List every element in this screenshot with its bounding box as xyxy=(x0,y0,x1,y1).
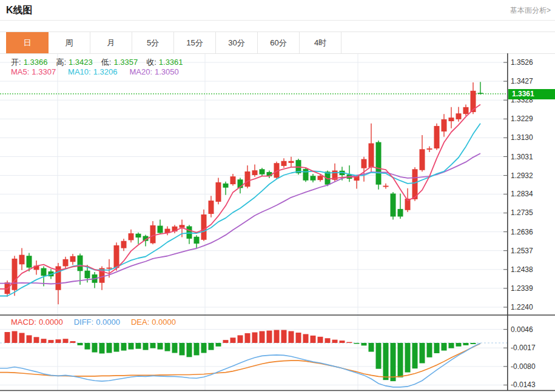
candle-body xyxy=(442,119,447,131)
axis-tick-label: 1.2636 xyxy=(511,228,533,236)
macd-bar xyxy=(412,343,418,368)
candle-body xyxy=(150,225,156,244)
kline-chart-canvas: 1.35261.34271.33281.32291.31301.30311.29… xyxy=(0,0,555,392)
candle-body xyxy=(27,256,32,267)
axis-tick-label: 1.2932 xyxy=(511,171,533,180)
kline-widget: K线图 基本面分析> 日周月5分15分30分60分4时 1.35261.3427… xyxy=(0,0,555,392)
candle-body xyxy=(376,142,382,185)
macd-bar xyxy=(252,333,258,343)
macd-bar xyxy=(136,343,141,349)
macd-bar xyxy=(5,332,10,343)
current-price-tag: 1.3361 xyxy=(508,89,555,99)
candle-body xyxy=(303,169,309,181)
macd-bar xyxy=(281,330,287,343)
macd-bar xyxy=(354,343,360,344)
macd-bar xyxy=(41,339,47,343)
candle-body xyxy=(420,149,425,170)
candle-body xyxy=(216,182,221,202)
candle-body xyxy=(114,245,119,268)
ma20-line xyxy=(0,153,480,284)
macd-bar xyxy=(267,331,272,343)
candle-body xyxy=(41,268,47,276)
macd-bar xyxy=(420,343,425,364)
macd-bar xyxy=(150,343,156,348)
macd-bar xyxy=(143,343,149,350)
candle-body xyxy=(260,169,265,174)
candle-body xyxy=(201,214,207,240)
macd-bar xyxy=(216,343,221,347)
macd-bar xyxy=(340,341,345,343)
macd-bar xyxy=(238,335,243,343)
axis-tick-label: -0.0143 xyxy=(511,380,536,389)
candle-body xyxy=(121,241,127,248)
candle-body xyxy=(449,118,454,121)
candle-body xyxy=(129,233,134,240)
macd-bar xyxy=(34,337,39,343)
candle-body xyxy=(289,161,294,163)
candle-body xyxy=(398,209,403,217)
candle-body xyxy=(252,170,258,175)
candle-body xyxy=(463,107,469,114)
macd-bar xyxy=(99,343,105,353)
macd-bar xyxy=(296,333,301,343)
candle-body xyxy=(281,161,287,166)
macd-bar xyxy=(434,343,440,353)
candle-body xyxy=(383,186,389,187)
candle-body xyxy=(223,184,229,188)
candle-body xyxy=(158,226,163,233)
candle-body xyxy=(391,193,396,216)
macd-bar xyxy=(449,343,454,348)
candle-body xyxy=(230,176,236,184)
candle-body xyxy=(427,148,432,150)
candle-body xyxy=(194,237,200,244)
candle-body xyxy=(209,201,214,214)
macd-bar xyxy=(369,343,374,352)
macd-bar xyxy=(456,343,462,347)
axis-tick-label: 1.2735 xyxy=(511,208,533,217)
macd-bar xyxy=(289,331,294,343)
axis-tick-label: -0.0080 xyxy=(511,362,536,371)
macd-bar xyxy=(85,343,90,350)
axis-tick-label: 1.3229 xyxy=(511,115,533,123)
macd-bar xyxy=(63,339,69,343)
axis-tick-label: 1.3427 xyxy=(511,77,533,85)
macd-bar xyxy=(201,343,207,353)
macd-bar xyxy=(165,343,170,351)
macd-bar xyxy=(442,343,447,351)
candle-body xyxy=(107,268,112,269)
macd-bar xyxy=(398,343,403,377)
macd-bar xyxy=(121,343,127,351)
candle-body xyxy=(78,256,83,271)
candle-body xyxy=(456,113,462,119)
macd-bar xyxy=(471,343,476,344)
macd-bar xyxy=(311,336,316,343)
macd-bar xyxy=(230,337,236,343)
axis-tick-label: 1.3130 xyxy=(511,133,533,142)
macd-bar xyxy=(325,338,331,343)
axis-tick-label: 1.2537 xyxy=(511,247,533,255)
axis-tick-label: 1.3031 xyxy=(511,153,533,161)
macd-bar xyxy=(427,343,432,357)
macd-bar xyxy=(56,339,61,343)
candle-body xyxy=(70,256,76,262)
macd-bar xyxy=(405,343,411,373)
axis-tick-label: 1.3526 xyxy=(511,58,533,67)
macd-bar xyxy=(12,331,18,343)
macd-bar xyxy=(362,343,367,345)
macd-bar xyxy=(129,343,134,350)
candle-body xyxy=(434,126,440,148)
axis-tick-label: 1.2834 xyxy=(511,190,533,198)
macd-bar xyxy=(260,331,265,343)
macd-bar xyxy=(92,343,98,353)
macd-bar xyxy=(274,330,280,343)
macd-bar xyxy=(158,343,163,350)
macd-bar xyxy=(303,334,309,343)
candle-body xyxy=(318,176,323,180)
macd-bar xyxy=(70,341,76,343)
candle-body xyxy=(19,255,25,265)
macd-bar xyxy=(383,343,389,380)
macd-bar xyxy=(376,343,382,369)
macd-bar xyxy=(49,340,54,343)
candle-body xyxy=(85,271,90,279)
macd-bar xyxy=(332,340,338,343)
